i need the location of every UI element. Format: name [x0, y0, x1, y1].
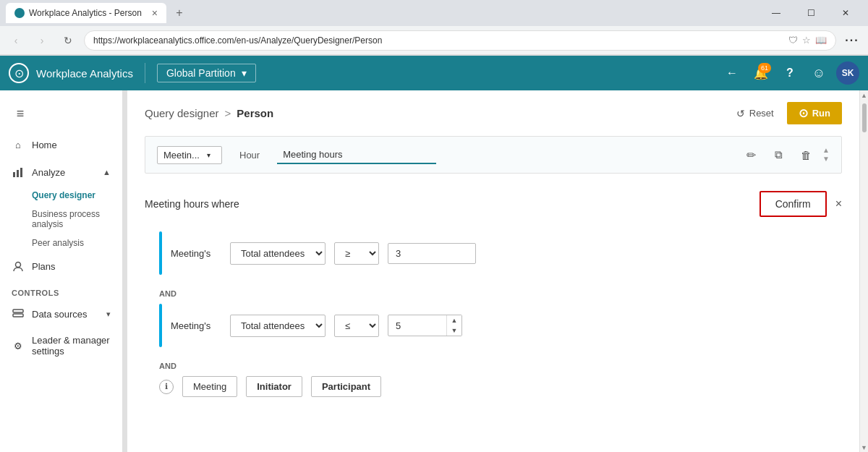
forward-button[interactable]: ›: [32, 30, 52, 51]
partition-arrow-icon: ▾: [242, 67, 247, 79]
initiator-type-button[interactable]: Initiator: [246, 376, 302, 397]
filter-operator-select-2[interactable]: ≤ ≥ = > < ≠: [335, 315, 378, 336]
page-actions: ↺ Reset ⊙ Run: [731, 102, 842, 124]
filter-attribute-select-1[interactable]: Total attendees Duration Subject Date: [231, 243, 325, 264]
filter-attribute-2[interactable]: Total attendees Duration Subject Date: [230, 315, 326, 337]
settings-icon: ⚙: [12, 339, 25, 352]
where-clause-section: Meeting hours where Confirm × Meeting's …: [145, 179, 842, 409]
breadcrumb-separator: >: [225, 107, 231, 119]
close-where-button[interactable]: ×: [835, 197, 842, 210]
run-button[interactable]: ⊙ Run: [787, 102, 842, 124]
browser-titlebar: Workplace Analytics - Person × + — ☐ ✕: [0, 0, 868, 26]
sidebar-item-leader-manager[interactable]: ⚙ Leader & manager settings: [0, 328, 122, 364]
leader-manager-label: Leader & manager settings: [32, 335, 111, 357]
browser-tab[interactable]: Workplace Analytics - Person ×: [6, 3, 166, 23]
confirm-button[interactable]: Confirm: [760, 191, 827, 217]
tab-title: Workplace Analytics - Person: [29, 8, 142, 18]
scroll-down-button[interactable]: ▼: [861, 444, 867, 451]
app-logo: ⊙: [9, 63, 29, 83]
filter-operator-2[interactable]: ≤ ≥ = > < ≠: [334, 315, 379, 337]
notifications-button[interactable]: 🔔 61: [749, 61, 773, 85]
sort-down-icon[interactable]: ▼: [822, 155, 830, 163]
feedback-button[interactable]: ☺: [807, 61, 830, 85]
data-sources-label: Data sources: [32, 309, 88, 320]
meeting-type-button[interactable]: Meeting: [182, 376, 237, 397]
back-nav-button[interactable]: ←: [720, 61, 744, 85]
maximize-button[interactable]: ☐: [794, 3, 827, 23]
sidebar-item-data-sources[interactable]: Data sources ▾: [0, 300, 122, 328]
user-avatar[interactable]: SK: [836, 61, 859, 85]
new-tab-button[interactable]: +: [171, 4, 188, 22]
breadcrumb-parent[interactable]: Query designer: [145, 107, 219, 119]
filter-attribute-select-2[interactable]: Total attendees Duration Subject Date: [231, 315, 325, 336]
star-icon[interactable]: ☆: [802, 35, 811, 46]
close-button[interactable]: ✕: [829, 3, 862, 23]
sidebar-item-analyze[interactable]: Analyze ▲: [0, 158, 122, 186]
sidebar-item-peer-analysis[interactable]: Peer analysis: [0, 234, 122, 252]
more-options-button[interactable]: ···: [842, 30, 862, 51]
run-icon: ⊙: [799, 106, 808, 120]
spinner-up-button[interactable]: ▲: [447, 315, 461, 325]
delete-icon: 🗑: [801, 149, 812, 161]
refresh-button[interactable]: ↻: [58, 30, 78, 51]
plans-icon: [12, 260, 25, 273]
edit-metric-button[interactable]: ✏: [740, 144, 762, 166]
filter-operator-select-1[interactable]: ≥ ≤ = > < ≠: [335, 243, 378, 264]
metric-type-dropdown[interactable]: Meetin... ▾: [157, 146, 222, 164]
filter-value-input-2[interactable]: [388, 316, 446, 336]
query-designer-label: Query designer: [32, 190, 95, 200]
and-separator-1: AND: [145, 289, 842, 298]
sidebar-item-home[interactable]: ⌂ Home: [0, 131, 122, 158]
filter-attribute-1[interactable]: Total attendees Duration Subject Date: [230, 242, 326, 265]
minimize-button[interactable]: —: [760, 3, 793, 23]
business-process-label: Business process analysis: [32, 209, 100, 229]
back-button[interactable]: ‹: [6, 30, 26, 51]
nav-right-area: ← 🔔 61 ? ☺ SK: [720, 61, 859, 85]
sort-up-icon[interactable]: ▲: [822, 146, 830, 155]
address-bar[interactable]: https://workplaceanalytics.office.com/en…: [84, 30, 836, 51]
analyze-expand-icon: ▲: [103, 168, 111, 176]
window-controls: — ☐ ✕: [760, 3, 862, 23]
and-separator-2: AND: [145, 362, 842, 370]
metric-name-field[interactable]: Meeting hours: [277, 146, 436, 164]
shield-icon: 🛡: [788, 35, 798, 46]
back-nav-icon: ←: [726, 67, 738, 80]
scrollbar[interactable]: ▲ ▼: [859, 90, 868, 452]
content-area: Query designer > Person ↺ Reset ⊙ Run: [127, 90, 859, 452]
metric-dropdown-arrow: ▾: [207, 151, 210, 159]
partition-name: Global Partition: [166, 67, 236, 79]
filter-row-2: Meeting's Total attendees Duration Subje…: [145, 304, 842, 347]
breadcrumb-current: Person: [237, 107, 273, 119]
filter-indicator-2: [159, 304, 162, 347]
participant-type-button[interactable]: Participant: [311, 376, 381, 397]
sidebar-item-plans[interactable]: Plans: [0, 252, 122, 280]
metric-row: Meetin... ▾ Hour Meeting hours ✏ ⧉ 🗑: [145, 136, 842, 174]
sidebar-menu-button[interactable]: ≡: [6, 99, 35, 128]
app-container: ⊙ Workplace Analytics Global Partition ▾…: [0, 56, 868, 452]
help-button[interactable]: ?: [778, 61, 801, 85]
copy-metric-button[interactable]: ⧉: [767, 144, 789, 166]
spinner-down-button[interactable]: ▼: [447, 325, 461, 336]
partition-selector[interactable]: Global Partition ▾: [157, 64, 256, 82]
url-text: https://workplaceanalytics.office.com/en…: [93, 35, 382, 46]
notification-badge: 61: [758, 63, 771, 73]
confirm-area: Confirm ×: [760, 191, 842, 217]
scroll-thumb[interactable]: [862, 103, 867, 132]
run-label: Run: [812, 108, 830, 119]
spinner-buttons: ▲ ▼: [446, 315, 461, 336]
delete-metric-button[interactable]: 🗑: [795, 144, 817, 166]
filter-row-1: Meeting's Total attendees Duration Subje…: [145, 231, 842, 275]
main-content: ≡ ⌂ Home Analyze ▲ Query designer: [0, 90, 868, 452]
reader-icon[interactable]: 📖: [815, 35, 827, 46]
scroll-up-button[interactable]: ▲: [861, 92, 867, 99]
sidebar-item-query-designer[interactable]: Query designer: [0, 186, 122, 205]
filter-indicator-1: [159, 231, 162, 275]
tab-close-btn[interactable]: ×: [152, 7, 158, 19]
address-bar-icons: 🛡 ☆ 📖: [788, 35, 827, 46]
meeting-type-info-icon[interactable]: ℹ: [159, 380, 174, 394]
sidebar-item-business-process[interactable]: Business process analysis: [0, 205, 122, 234]
reset-button[interactable]: ↺ Reset: [731, 105, 780, 122]
filter-value-input-1[interactable]: [396, 248, 468, 259]
filter-operator-1[interactable]: ≥ ≤ = > < ≠: [334, 242, 379, 265]
filter-value-2: ▲ ▼: [388, 315, 462, 336]
